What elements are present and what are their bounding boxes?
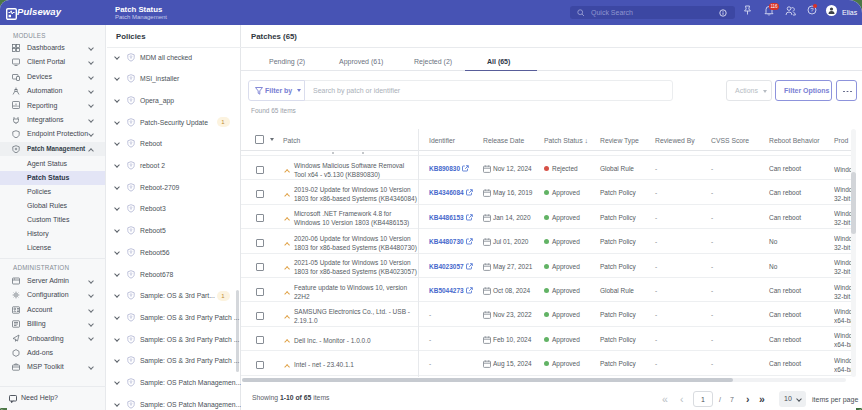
svg-text:?: ? bbox=[810, 7, 814, 13]
